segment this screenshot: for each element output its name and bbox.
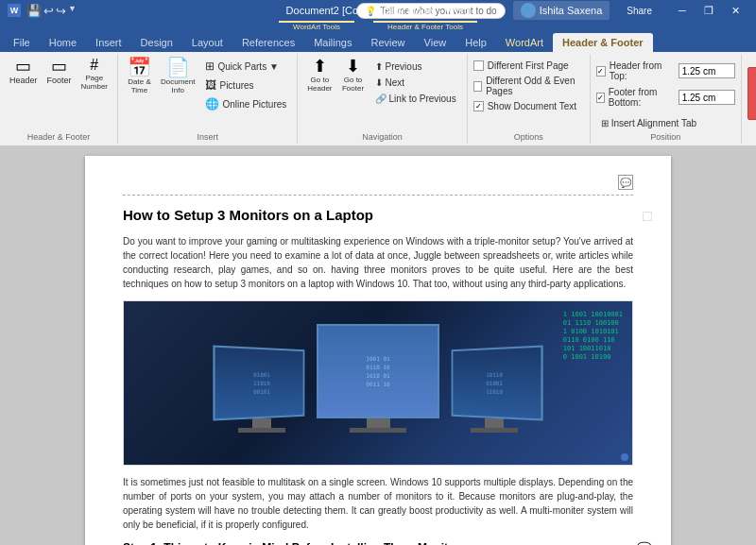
options-group-label: Options	[514, 132, 543, 142]
pictures-button[interactable]: 🖼 Pictures	[200, 77, 291, 94]
right-screen-content: 101100100111010	[486, 369, 502, 395]
link-icon: 🔗	[375, 94, 387, 104]
show-doc-text-checkbox[interactable]	[473, 101, 484, 111]
goto-footer-label: Go toFooter	[342, 76, 364, 93]
footer-from-bottom-input[interactable]	[679, 90, 735, 105]
right-monitor-stand	[485, 418, 504, 428]
header-button[interactable]: ▭ Header	[6, 56, 42, 87]
next-button[interactable]: ⬇ Next	[370, 76, 461, 90]
ribbon-group-navigation: ⬆ Go toHeader ⬇ Go toFooter ⬆ Previous ⬇…	[298, 54, 467, 144]
document-content: How to Setup 3 Monitors on a Laptop □ Do…	[123, 205, 633, 545]
date-time-button[interactable]: 📅 Date &Time	[124, 56, 155, 96]
previous-icon: ⬆	[375, 61, 383, 72]
footer-button[interactable]: ▭ Footer	[43, 56, 76, 87]
quick-parts-button[interactable]: ⊞ Quick Parts ▼	[200, 58, 291, 75]
page-number-button[interactable]: # PageNumber	[77, 56, 112, 93]
previous-button[interactable]: ⬆ Previous	[370, 60, 461, 74]
tab-references[interactable]: References	[232, 33, 304, 52]
goto-footer-button[interactable]: ⬇ Go toFooter	[338, 56, 369, 94]
previous-label: Previous	[386, 61, 422, 72]
para2: It is sometimes just not feasible to mul…	[123, 475, 633, 532]
step1-row: Step 1: Things to Keep in Mind Before In…	[123, 539, 633, 546]
alignment-label: Insert Alignment Tab	[611, 118, 696, 128]
insert-group-label: Insert	[197, 132, 218, 142]
insert-alignment-tab-button[interactable]: ⊞ Insert Alignment Tab	[596, 116, 701, 130]
nav-group-label: Navigation	[362, 132, 403, 142]
share-button[interactable]: Share	[617, 3, 662, 19]
tab-review[interactable]: Review	[362, 33, 415, 52]
tab-help[interactable]: Help	[455, 33, 496, 52]
link-to-previous-label: Link to Previous	[389, 94, 456, 104]
monitors-image[interactable]: 1 1001 10010001 01 1110 100100 1 0100 10…	[123, 300, 633, 466]
tab-wordart[interactable]: WordArt	[496, 33, 553, 52]
footer-bottom-checkbox[interactable]	[596, 93, 605, 103]
tab-mailings[interactable]: Mailings	[304, 33, 361, 52]
doc-info-icon: 📄	[166, 58, 190, 77]
pictures-icon: 🖼	[205, 78, 216, 92]
header-comment-icon[interactable]: 💬	[618, 175, 633, 190]
close-window-button[interactable]: ✕	[722, 0, 748, 21]
quick-save-area: 💾 ↩ ↪ ▼	[26, 4, 77, 18]
user-avatar	[521, 3, 536, 18]
step1-comment: 💬	[636, 539, 652, 546]
undo-icon[interactable]: ↩	[43, 4, 54, 18]
customize-qat-icon[interactable]: ▼	[68, 4, 77, 18]
goto-header-button[interactable]: ⬆ Go toHeader	[303, 56, 335, 94]
center-monitor-base	[350, 428, 406, 433]
alignment-icon: ⊞	[601, 118, 609, 128]
footer-label: Footer	[47, 76, 72, 85]
save-icon[interactable]: 💾	[26, 4, 42, 18]
left-screen-content: 010011101000101	[253, 369, 269, 395]
header-top-checkbox[interactable]	[596, 66, 606, 77]
tab-insert[interactable]: Insert	[86, 33, 131, 52]
tab-file[interactable]: File	[4, 33, 40, 52]
tab-design[interactable]: Design	[131, 33, 182, 52]
tab-header-footer[interactable]: Header & Footer	[553, 33, 653, 52]
tab-home[interactable]: Home	[40, 33, 86, 52]
position-group-label: Position	[650, 132, 680, 142]
page-number-icon: #	[90, 58, 98, 73]
doc-info-button[interactable]: 📄 DocumentInfo	[157, 56, 198, 96]
close-header-footer-button[interactable]: ✕ Close Headerand Footer	[747, 67, 756, 120]
user-name: Ishita Saxena	[540, 5, 603, 16]
header-from-top-input[interactable]	[679, 63, 735, 78]
different-first-page-row: Different First Page	[473, 60, 569, 72]
minimize-button[interactable]: ─	[669, 0, 696, 21]
header-label: Header	[9, 76, 38, 85]
monitor-setup: 010011101000101 1001 010110 101010 01001…	[215, 324, 541, 442]
ribbon: ▭ Header ▭ Footer # PageNumber Header & …	[0, 52, 756, 146]
tab-layout[interactable]: Layout	[182, 33, 232, 52]
different-odd-even-row: Different Odd & Even Pages	[473, 75, 584, 97]
link-to-previous-button[interactable]: 🔗 Link to Previous	[370, 92, 461, 106]
online-pictures-button[interactable]: 🌐 Online Pictures	[200, 95, 291, 112]
right-monitor: 101100100111010	[452, 345, 543, 420]
user-info[interactable]: Ishita Saxena	[513, 1, 610, 20]
options-content: Different First Page Different Odd & Eve…	[473, 56, 584, 130]
redo-icon[interactable]: ↪	[56, 4, 66, 18]
window-controls: ─ ❐ ✕	[669, 0, 748, 21]
ribbon-group-position: Header from Top: Footer from Bottom: ⊞ I…	[591, 54, 742, 144]
header-footer-tools-header: Header & Footer Tools	[373, 21, 477, 31]
page-header-area: 💬	[123, 175, 633, 196]
online-pictures-icon: 🌐	[205, 97, 219, 111]
title-resize-handle: □	[643, 205, 652, 228]
different-odd-even-checkbox[interactable]	[473, 81, 482, 92]
tab-view[interactable]: View	[415, 33, 456, 52]
word-app-icon: W	[8, 4, 21, 17]
center-monitor: 1001 010110 101010 010011 10	[317, 324, 439, 418]
different-first-page-checkbox[interactable]	[473, 60, 484, 71]
position-content: Header from Top: Footer from Bottom: ⊞ I…	[596, 56, 735, 130]
page-number-label: PageNumber	[81, 74, 108, 91]
step1-title: Step 1: Things to Keep in Mind Before In…	[123, 539, 633, 546]
document-page: 💬 How to Setup 3 Monitors on a Laptop □ …	[85, 156, 671, 545]
footer-from-bottom-row: Footer from Bottom:	[596, 86, 735, 109]
ribbon-group-options: Different First Page Different Odd & Eve…	[468, 54, 591, 144]
goto-header-icon: ⬆	[313, 58, 327, 75]
pictures-label: Pictures	[219, 80, 253, 91]
footer-icon: ▭	[51, 58, 67, 75]
ribbon-tabs: File Home Insert Design Layout Reference…	[0, 31, 756, 52]
restore-button[interactable]: ❐	[696, 0, 722, 21]
image-resize-handle[interactable]	[621, 453, 628, 461]
title-row: How to Setup 3 Monitors on a Laptop □	[123, 205, 633, 227]
doc-info-label: DocumentInfo	[161, 77, 195, 94]
